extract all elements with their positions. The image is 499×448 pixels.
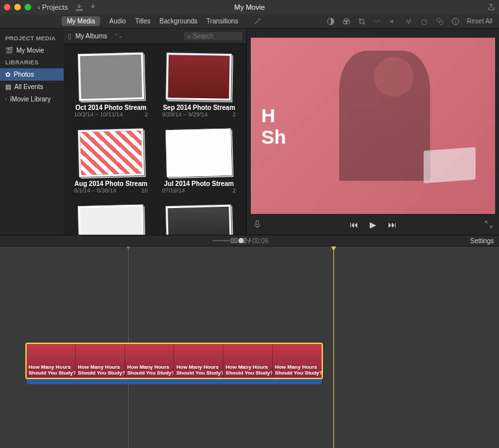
- sidebar-item-my-movie[interactable]: 🎬 My Movie: [0, 44, 64, 57]
- stabilize-icon[interactable]: [374, 18, 381, 25]
- sidebar-section-libraries: LIBRARIES: [0, 57, 64, 68]
- album-item[interactable]: Oct 2014 Photo Stream 10/2/14 – 10/11/14…: [70, 53, 152, 118]
- album-thumb: [166, 129, 232, 178]
- wand-icon[interactable]: [253, 18, 261, 25]
- search-icon: ⌕: [187, 33, 191, 40]
- share-icon[interactable]: [487, 3, 495, 11]
- album-count: 2: [144, 111, 147, 118]
- sidebar-label: My Movie: [16, 47, 44, 54]
- album-dates: 10/2/14 – 10/11/14: [74, 111, 123, 118]
- filter-icon[interactable]: [436, 18, 444, 25]
- sidebar-item-all-events[interactable]: ▤ All Events: [0, 81, 64, 93]
- sidebar-section-project: PROJECT MEDIA: [0, 33, 64, 44]
- svg-text:i: i: [455, 19, 456, 25]
- playback-controls: ⏮ ▶ ⏭: [247, 214, 499, 235]
- speed-icon[interactable]: [420, 18, 428, 25]
- volume-icon[interactable]: [389, 18, 397, 25]
- playhead[interactable]: [333, 246, 334, 448]
- download-arrow-icon[interactable]: [90, 3, 96, 11]
- album-title: Aug 2014 Photo Stream: [70, 180, 152, 187]
- title-overlay: H Sh: [261, 105, 286, 148]
- album-thumb: [166, 205, 232, 235]
- sidebar-label: iMovie Library: [10, 96, 51, 103]
- album-title: Sep 2014 Photo Stream: [159, 104, 240, 111]
- album-item[interactable]: Sep 2014 Photo Stream 9/28/14 – 9/29/142: [159, 53, 240, 118]
- chevron-right-icon: ›: [5, 96, 7, 102]
- video-viewer[interactable]: H Sh: [251, 38, 495, 214]
- sidebar-label: Photos: [14, 71, 34, 78]
- overlay-line: H: [261, 105, 286, 126]
- album-thumb: [78, 129, 144, 178]
- album-thumb: [78, 53, 144, 101]
- album-title: Oct 2014 Photo Stream: [70, 104, 152, 111]
- close-window-button[interactable]: [4, 4, 10, 10]
- album-selector[interactable]: My Albums ⌃⌄: [75, 33, 123, 40]
- record-voiceover-icon[interactable]: [253, 220, 261, 229]
- reset-all-button[interactable]: Reset All: [467, 18, 493, 25]
- album-thumb: [166, 53, 232, 101]
- search-input[interactable]: [193, 33, 239, 40]
- album-count: 2: [233, 111, 236, 118]
- album-dates: 8/1/14 – 8/30/14: [74, 187, 116, 194]
- color-correct-icon[interactable]: [342, 18, 350, 25]
- minimize-window-button[interactable]: [14, 4, 21, 10]
- album-title: Jul 2014 Photo Stream: [159, 180, 240, 187]
- fullscreen-icon[interactable]: [485, 220, 493, 228]
- window-titlebar: ‹ Projects My Movie: [0, 0, 499, 14]
- noise-reduce-icon[interactable]: [405, 18, 413, 25]
- svg-rect-9: [256, 220, 259, 225]
- overlay-line: Sh: [261, 126, 286, 148]
- tab-my-media[interactable]: My Media: [62, 16, 100, 26]
- album-count: 2: [233, 187, 236, 194]
- tab-transitions[interactable]: Transitions: [207, 18, 238, 25]
- sidebar-item-imovie-library[interactable]: › iMovie Library: [0, 93, 64, 105]
- album-selector-label: My Albums: [75, 33, 107, 40]
- chevron-left-icon: ‹: [38, 3, 40, 11]
- tab-audio[interactable]: Audio: [109, 18, 126, 25]
- timeline-settings-button[interactable]: Settings: [470, 237, 494, 244]
- search-field[interactable]: ⌕: [184, 32, 242, 40]
- window-title: My Movie: [234, 3, 264, 11]
- tab-backgrounds[interactable]: Backgrounds: [159, 18, 197, 25]
- sidebar-item-photos[interactable]: ✿ Photos: [0, 68, 64, 81]
- album-item[interactable]: Jul 2014 Photo Stream 07/19/142: [159, 129, 240, 194]
- album-dates: 9/28/14 – 9/29/14: [162, 111, 208, 118]
- left-sidebar: PROJECT MEDIA 🎬 My Movie LIBRARIES ✿ Pho…: [0, 29, 64, 235]
- timeline-header: 00:02 / 00:06 Settings: [0, 235, 499, 246]
- next-icon[interactable]: ⏭: [388, 220, 396, 230]
- album-count: 10: [141, 187, 147, 194]
- tab-titles[interactable]: Titles: [135, 18, 151, 25]
- projects-label: Projects: [42, 3, 68, 11]
- album-grid: Oct 2014 Photo Stream 10/2/14 – 10/11/14…: [64, 44, 246, 235]
- media-browser: ▯ My Albums ⌃⌄ ⌕ Oct 2014 Photo Stream 1…: [64, 29, 247, 235]
- play-icon[interactable]: ▶: [370, 220, 376, 230]
- video-frame-content: [424, 147, 476, 183]
- inspector-toolbar: i Reset All: [247, 18, 499, 25]
- crop-icon[interactable]: [358, 18, 366, 25]
- flower-icon: ✿: [5, 71, 10, 78]
- color-balance-icon[interactable]: [327, 18, 335, 25]
- prev-icon[interactable]: ⏮: [350, 220, 358, 230]
- album-item[interactable]: Aug 2014 Photo Stream 8/1/14 – 8/30/1410: [70, 129, 152, 194]
- film-icon: ▤: [5, 83, 11, 90]
- video-frame-content: [339, 51, 430, 181]
- timeline-zoom-slider[interactable]: [212, 240, 251, 241]
- back-to-projects-button[interactable]: ‹ Projects: [38, 3, 68, 11]
- album-dates: 07/19/14: [162, 187, 185, 194]
- source-tabs: My Media Audio Titles Backgrounds Transi…: [0, 16, 247, 26]
- album-item[interactable]: [70, 205, 152, 235]
- timeline[interactable]: How Many HoursShould You Study? How Many…: [0, 246, 499, 448]
- audio-track[interactable]: [27, 379, 322, 384]
- album-thumb: [78, 205, 144, 235]
- info-icon[interactable]: i: [452, 18, 459, 25]
- preview-pane: H Sh ⏮ ▶ ⏭: [247, 29, 499, 235]
- video-clip[interactable]: How Many HoursShould You Study? How Many…: [25, 343, 323, 379]
- zoom-window-button[interactable]: [25, 4, 31, 10]
- time-total: 00:06: [252, 237, 268, 244]
- clapper-icon: 🎬: [5, 47, 13, 54]
- album-item[interactable]: [159, 205, 240, 235]
- import-icon[interactable]: [75, 3, 83, 11]
- sidebar-toggle-icon[interactable]: ▯: [68, 32, 71, 40]
- sidebar-label: All Events: [14, 83, 43, 90]
- svg-point-6: [439, 21, 443, 25]
